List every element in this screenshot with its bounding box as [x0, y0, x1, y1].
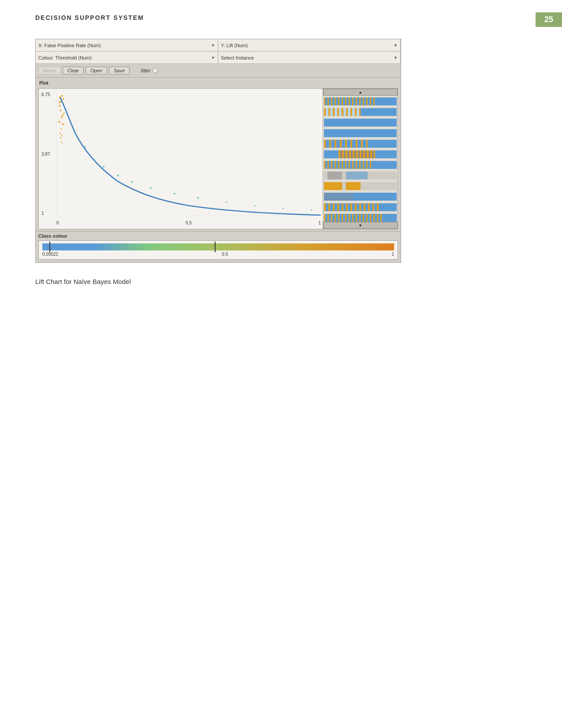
- axis-row-1: X: False Positive Rate (Num) ▼ Y: Lift (…: [36, 39, 401, 52]
- x-max-label: 1: [318, 220, 321, 225]
- svg-point-15: [61, 135, 63, 136]
- panel-bar-4: [324, 129, 397, 137]
- panel-row-10: [324, 192, 397, 202]
- panel-row-4: [324, 128, 397, 138]
- svg-point-21: [84, 146, 86, 148]
- panel-row-2: [324, 107, 397, 117]
- panel-row-1: [324, 97, 397, 106]
- jitter-radio[interactable]: [153, 68, 158, 73]
- select-instance-label: Select Instance: [221, 55, 254, 60]
- panel-row-8: [324, 171, 397, 180]
- colour-bar: [42, 243, 394, 250]
- panel-bar-3: [324, 119, 397, 127]
- svg-point-27: [174, 193, 175, 194]
- x-axis-dropdown[interactable]: X: False Positive Rate (Num) ▼: [36, 39, 218, 51]
- x-axis-labels: 0 0.5 1: [56, 220, 321, 225]
- panel-row-last: [324, 213, 397, 222]
- svg-point-5: [61, 95, 63, 97]
- select-instance-arrow-icon: ▼: [394, 56, 398, 60]
- y-axis-arrow-icon: ▼: [394, 43, 398, 48]
- colour-bar-thumb-left[interactable]: [49, 242, 50, 252]
- axis-row-2: Colour: Threshold (Num) ▼ Select Instanc…: [36, 52, 401, 64]
- clear-button[interactable]: Clear: [63, 67, 84, 75]
- y-axis-label: Y: Lift (Num): [221, 43, 248, 48]
- x-min-label: 0: [56, 220, 59, 225]
- svg-point-16: [60, 137, 61, 138]
- svg-point-31: [283, 208, 284, 209]
- chart-caption: Lift Chart for Naïve Bayes Model: [35, 278, 131, 285]
- svg-point-32: [311, 209, 312, 211]
- svg-point-8: [60, 109, 62, 111]
- panel-bar-x: [324, 140, 397, 148]
- save-button[interactable]: Save: [109, 67, 130, 75]
- svg-rect-0: [56, 92, 321, 216]
- svg-point-7: [63, 98, 64, 100]
- open-button[interactable]: Open: [86, 67, 107, 75]
- panel-row-x: X: [324, 139, 397, 149]
- colour-max-label: 1: [391, 252, 394, 257]
- svg-point-28: [197, 197, 199, 198]
- panel-row-y: Y: [324, 202, 397, 212]
- jitter-text: Jitter: [140, 68, 151, 73]
- svg-point-13: [60, 128, 62, 129]
- svg-point-29: [226, 201, 227, 202]
- panel-bar-7: [324, 161, 397, 169]
- panel-bar-6: [324, 150, 397, 158]
- select-instance-dropdown[interactable]: Select Instance ▼: [218, 52, 401, 63]
- colour-bar-thumb-mid[interactable]: [215, 242, 216, 252]
- panel-bar-10: [324, 193, 397, 201]
- colour-bar-labels: 0.00022 0.5 1: [42, 252, 394, 257]
- panel-bar-1: [324, 97, 397, 105]
- y-mid-label: 3.87: [41, 152, 50, 157]
- right-panel: ▲: [323, 89, 398, 229]
- svg-point-18: [59, 101, 60, 103]
- y-max-label: 6.75: [41, 92, 50, 97]
- panel-bar-2: [324, 108, 397, 116]
- colour-dropdown[interactable]: Colour: Threshold (Num) ▼: [36, 52, 218, 63]
- panel-row-7: [324, 160, 397, 170]
- reset-button[interactable]: Reset: [38, 67, 61, 75]
- colour-arrow-icon: ▼: [211, 56, 215, 60]
- toolbar: X: False Positive Rate (Num) ▼ Y: Lift (…: [36, 39, 401, 78]
- x-axis-arrow-icon: ▼: [211, 43, 215, 48]
- svg-point-19: [63, 112, 65, 113]
- colour-bar-container: 0.00022 0.5 1: [38, 240, 398, 260]
- svg-point-20: [74, 132, 76, 134]
- svg-point-6: [59, 105, 60, 107]
- colour-label: Colour: Threshold (Num): [38, 55, 92, 60]
- buttons-row: Reset Clear Open Save Jitter: [36, 64, 401, 77]
- svg-point-22: [93, 159, 95, 161]
- plot-section: Plot 6.75 3.87 1: [36, 78, 401, 229]
- plot-label: Plot: [36, 79, 401, 86]
- scroll-down-button[interactable]: ▼: [323, 222, 398, 229]
- page-title: DECISION SUPPORT SYSTEM: [35, 14, 144, 21]
- svg-point-17: [61, 142, 62, 143]
- panel-list[interactable]: X: [323, 96, 398, 222]
- svg-point-11: [58, 121, 60, 123]
- class-colour-section: Class colour 0.00022 0.5 1: [36, 231, 401, 262]
- svg-point-26: [150, 187, 152, 189]
- lift-chart-svg: [56, 92, 321, 216]
- svg-point-14: [60, 133, 61, 134]
- svg-point-30: [254, 205, 255, 206]
- panel-row-3: [324, 118, 397, 127]
- y-axis-labels: 6.75 3.87 1: [41, 92, 50, 216]
- panel-row-9: [324, 181, 397, 191]
- svg-point-9: [61, 116, 63, 118]
- y-axis-dropdown[interactable]: Y: Lift (Num) ▼: [218, 39, 401, 51]
- colour-min-label: 0.00022: [42, 252, 58, 257]
- svg-point-25: [131, 181, 133, 183]
- x-axis-label: X: False Positive Rate (Num): [38, 43, 101, 48]
- widget-container: X: False Positive Rate (Num) ▼ Y: Lift (…: [35, 39, 401, 263]
- svg-point-10: [62, 114, 63, 116]
- svg-point-23: [103, 166, 104, 168]
- page-number-badge: 25: [536, 12, 562, 27]
- panel-bar-8: [324, 172, 397, 179]
- colour-mid-label: 0.5: [222, 252, 228, 257]
- class-colour-label: Class colour: [38, 233, 398, 239]
- scroll-up-button[interactable]: ▲: [323, 89, 398, 96]
- plot-area: 6.75 3.87 1: [38, 88, 398, 229]
- svg-point-12: [62, 123, 64, 125]
- svg-point-24: [117, 175, 119, 176]
- panel-bar-last: [324, 214, 397, 222]
